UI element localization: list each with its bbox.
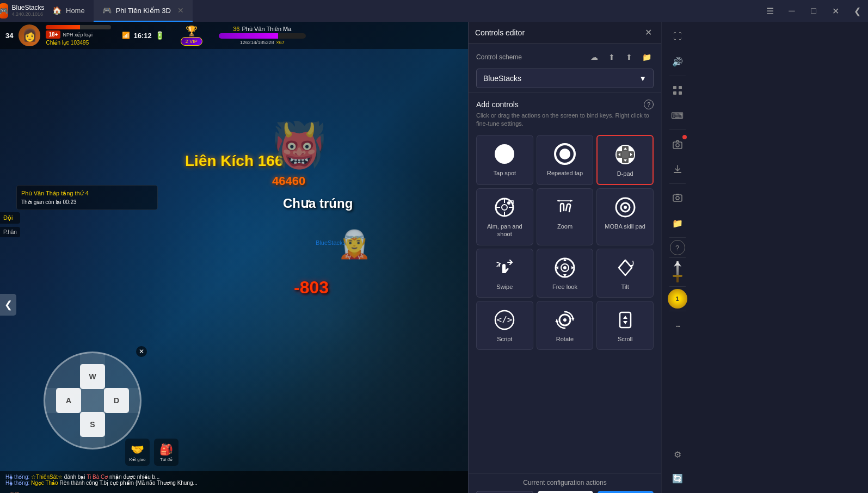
rail-expand-icon[interactable]: ⛶: [666, 24, 690, 48]
hp-bar-top: [219, 33, 306, 39]
scheme-upload-btn[interactable]: ☁: [587, 50, 601, 64]
tab-home[interactable]: 🏠 Home: [44, 0, 94, 22]
config-actions: Current configuration actions Reset Canc…: [469, 473, 661, 493]
control-aim[interactable]: Aim, pan and shoot: [476, 188, 533, 245]
bluestacks-logo[interactable]: 🎮 BlueStacks 4.240.20.1016: [0, 0, 44, 22]
status-bar: 📶 16:12 🔋: [122, 31, 164, 40]
rail-refresh-icon[interactable]: 🔄: [666, 466, 690, 490]
free-look-icon-wrapper: [553, 256, 577, 280]
grid-svg: [672, 85, 683, 96]
hp-values: 126214/185328: [240, 40, 274, 45]
rail-volume-icon[interactable]: 🔊: [666, 50, 690, 73]
dpad-circle: W S A D: [44, 352, 141, 449]
back-button[interactable]: ❮: [846, 0, 868, 22]
scheme-export-btn[interactable]: ⬆: [605, 50, 619, 64]
camera-badge: [682, 135, 687, 139]
player-level2: 36: [233, 26, 239, 32]
timer-text: Thời gian còn lại 00:23: [21, 199, 153, 205]
game-viewport: 34 👩 18+ NPH xếp loại Chiến lực 103495: [0, 22, 468, 493]
control-zoom[interactable]: Zoom: [537, 188, 594, 245]
scroll-svg: [613, 308, 637, 332]
moba-label: MOBA skill pad: [605, 223, 645, 230]
game-bottom-bar: Hệ thống: ☆ThiênSát☆ đánh bại Ti Bà Cơ n…: [0, 471, 468, 493]
tab-game[interactable]: 🎮 Phi Tiên Kiếm 3D ✕: [94, 0, 193, 22]
free-look-svg: [553, 256, 577, 280]
svg-rect-45: [679, 86, 682, 89]
gold-badge-circle[interactable]: 1: [668, 289, 687, 309]
hp-fill: [46, 25, 79, 29]
svg-rect-41: [620, 312, 631, 328]
scheme-share-btn[interactable]: ⬆: [622, 50, 636, 64]
rail-keyboard-icon[interactable]: ⌨: [666, 103, 690, 127]
ket-giao-icon[interactable]: 🤝 Kết giao: [125, 439, 150, 466]
control-script[interactable]: </> Script: [476, 301, 533, 350]
menu-button[interactable]: ☰: [759, 0, 781, 22]
scroll-label: Scroll: [618, 335, 633, 343]
editor-title: Controls editor: [475, 28, 642, 37]
svg-point-51: [676, 196, 679, 200]
control-swipe[interactable]: Swipe: [476, 249, 533, 298]
svg-point-49: [676, 144, 679, 147]
svg-rect-54: [673, 275, 682, 277]
free-look-label: Free look: [552, 283, 577, 291]
svg-rect-52: [676, 194, 679, 195]
bs-watermark: BlueStacks: [316, 239, 346, 246]
rail-bottom-icons: ⚙ 🔄: [666, 442, 690, 490]
left-arrow-nav[interactable]: ❮: [0, 294, 16, 316]
rail-folder-icon[interactable]: 📁: [666, 211, 690, 235]
scheme-dropdown[interactable]: BlueStacks ▼: [476, 69, 654, 88]
chat-line-1: Hệ thống: ☆ThiênSát☆ đánh bại Ti Bà Cơ n…: [5, 474, 463, 480]
rail-camera-icon[interactable]: [666, 132, 690, 156]
sword-icon-wrapper[interactable]: [666, 260, 690, 284]
svg-point-25: [624, 206, 627, 209]
rail-screenshot-icon[interactable]: [666, 186, 690, 210]
svg-marker-39: [571, 318, 575, 320]
tab-home-label: Home: [66, 7, 85, 15]
svg-point-2: [559, 149, 570, 159]
combo-text: Liên Kích 166: [185, 152, 284, 170]
repeated-tap-label: Repeated tap: [547, 169, 583, 177]
scheme-folder-btn[interactable]: 📁: [639, 50, 654, 64]
save-button[interactable]: Save: [598, 491, 654, 493]
tap-spot-icon-wrapper: [493, 142, 516, 166]
tui-do-icon[interactable]: 🎒 Túi đồ: [154, 439, 178, 466]
control-scroll[interactable]: Scroll: [596, 301, 654, 350]
close-button[interactable]: ✕: [824, 0, 846, 22]
control-tap-spot[interactable]: Tap spot: [476, 135, 533, 185]
dpad-close-button[interactable]: ✕: [136, 346, 147, 357]
cancel-button[interactable]: Cancel: [538, 491, 594, 493]
script-svg: </>: [493, 308, 516, 332]
rail-help-icon[interactable]: ?: [670, 240, 685, 255]
rail-divider-4: [669, 237, 686, 238]
svg-rect-47: [679, 91, 682, 95]
control-rotate[interactable]: Rotate: [537, 301, 594, 350]
editor-close-button[interactable]: ✕: [642, 26, 655, 39]
bottom-left-icons: 🤝 Kết giao 🎒 Túi đồ: [125, 439, 178, 466]
control-moba[interactable]: MOBA skill pad: [596, 188, 654, 245]
scheme-label: Control scheme: [476, 53, 522, 61]
svg-point-38: [563, 318, 567, 322]
maximize-button[interactable]: □: [803, 0, 824, 22]
camera-svg: [672, 139, 683, 150]
gold-number: 1: [675, 295, 679, 302]
control-tilt[interactable]: Tilt: [596, 249, 654, 298]
rotate-icon-wrapper: [553, 308, 577, 332]
rail-grid-icon[interactable]: [666, 78, 690, 102]
minimize-button[interactable]: ─: [781, 0, 803, 22]
aim-svg: [493, 195, 516, 219]
control-free-look[interactable]: Free look: [537, 249, 594, 298]
dpad-svg: [613, 143, 637, 167]
hp-bar: [46, 25, 111, 29]
rail-download-icon[interactable]: [666, 157, 690, 181]
swipe-svg: [493, 256, 516, 280]
nph-label: NPH xếp loại: [63, 32, 93, 38]
player-top-info: 36 Phù Vân Thiên Ma 126214/185328 ×67: [219, 26, 306, 45]
help-button[interactable]: ?: [644, 100, 654, 109]
tilt-svg: [613, 256, 637, 280]
rail-settings-icon[interactable]: ⚙: [666, 442, 690, 466]
control-repeated-tap[interactable]: Repeated tap: [537, 135, 594, 185]
rail-more-icon[interactable]: ···: [666, 313, 690, 337]
control-scheme-section: Control scheme ☁ ⬆ ⬆ 📁 BlueStacks ▼: [469, 44, 661, 93]
control-dpad[interactable]: D-pad: [596, 135, 654, 185]
reset-button[interactable]: Reset: [476, 491, 533, 493]
